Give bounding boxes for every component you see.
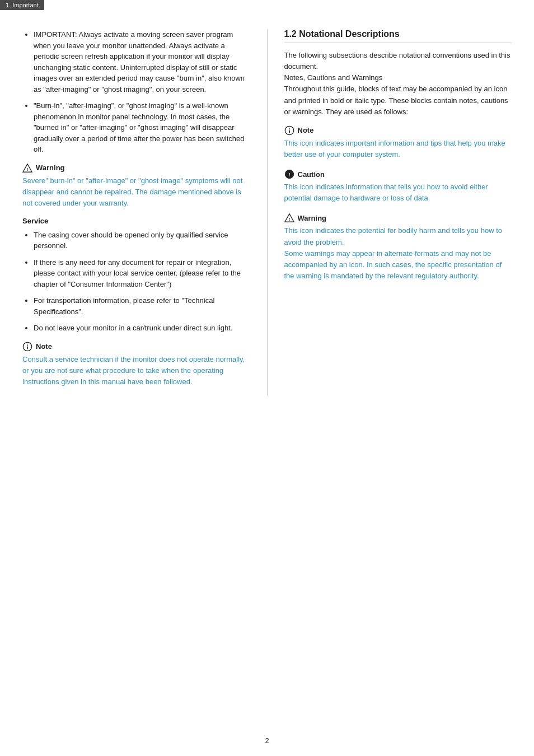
caution-header-right: ! Caution [284,169,512,179]
svg-text:!: ! [288,217,290,222]
svg-text:!: ! [288,171,290,178]
note-header-right: Note [284,125,512,136]
intro-bullet-list: IMPORTANT: Always activate a moving scre… [22,29,250,155]
service-title: Service [22,217,250,225]
svg-rect-4 [27,346,28,349]
svg-point-3 [27,344,28,346]
note-header-1: Note [22,342,250,352]
warning-text-right: This icon indicates the potential for bo… [284,225,512,282]
note-text-right: This icon indicates important informatio… [284,138,512,160]
note-text-1: Consult a service technician if the moni… [22,354,250,388]
right-column: 1.2 Notational Descriptions The followin… [267,29,512,395]
warning-text-1: Severe" burn-in" or "after-image" or "gh… [22,175,250,209]
list-item: Do not leave your monitor in a car/trunk… [34,323,250,334]
list-item: For transportation information, please r… [34,295,250,317]
right-intro-text: The following subsections describe notat… [284,50,512,118]
svg-rect-7 [289,130,290,133]
page-number: 2 [265,736,269,745]
note-box-right: Note This icon indicates important infor… [284,125,512,160]
caution-box-right: ! Caution This icon indicates informatio… [284,169,512,204]
caution-icon-right: ! [284,169,294,179]
caution-label-right: Caution [298,170,325,179]
right-section-title: 1.2 Notational Descriptions [284,29,512,43]
breadcrumb: 1. Important [0,0,44,10]
caution-text-right: This icon indicates information that tel… [284,181,512,204]
note-icon-right [284,125,294,136]
warning-icon-1: ! [22,163,32,173]
warning-header-right: ! Warning [284,213,512,223]
warning-box-right: ! Warning This icon indicates the potent… [284,213,512,282]
service-bullet-list: The casing cover should be opened only b… [22,230,250,334]
note-icon-1 [22,342,32,352]
warning-box-1: ! Warning Severe" burn-in" or "after-ima… [22,163,250,209]
list-item: IMPORTANT: Always activate a moving scre… [34,29,250,95]
note-label-1: Note [36,342,52,351]
warning-header-1: ! Warning [22,163,250,173]
warning-icon-right: ! [284,213,294,223]
warning-label-1: Warning [36,164,65,172]
list-item: If there is any need for any document fo… [34,257,250,290]
warning-label-right: Warning [298,214,327,222]
left-column: IMPORTANT: Always activate a moving scre… [22,29,250,395]
svg-point-6 [288,128,289,129]
note-box-1: Note Consult a service technician if the… [22,342,250,388]
svg-text:!: ! [27,166,29,171]
note-label-right: Note [298,126,314,134]
list-item: "Burn-in", "after-imaging", or "ghost im… [34,100,250,155]
list-item: The casing cover should be opened only b… [34,230,250,251]
